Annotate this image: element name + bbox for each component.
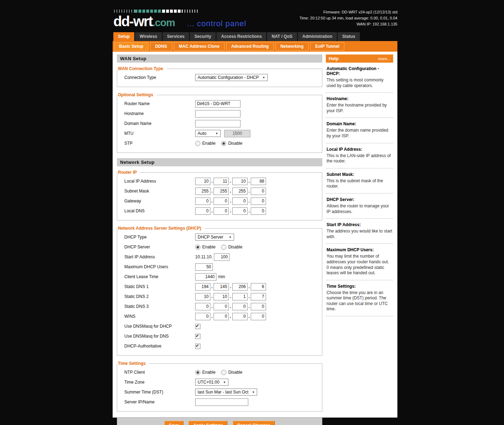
stp-disable-radio[interactable] bbox=[221, 141, 226, 146]
subnet-mask-octet[interactable] bbox=[232, 188, 248, 195]
local-ip-octet[interactable] bbox=[232, 178, 248, 185]
save-button[interactable]: Save bbox=[164, 421, 183, 425]
chevron-down-icon: ▼ bbox=[215, 132, 218, 135]
tab-administration[interactable]: Administration bbox=[298, 32, 337, 41]
local-dns-octet[interactable] bbox=[195, 207, 210, 215]
domain-name-label: Domain Name bbox=[120, 121, 195, 126]
stp-enable-radio[interactable] bbox=[195, 141, 200, 146]
mtu-value: Auto bbox=[198, 131, 206, 136]
time-settings-legend: Time Settings bbox=[117, 361, 149, 366]
cancel-changes-button[interactable]: Cancel Changes bbox=[233, 421, 275, 425]
tab-security[interactable]: Security bbox=[190, 32, 216, 41]
help-item-body: The address you would like to start with… bbox=[327, 229, 392, 240]
subtab-networking[interactable]: Networking bbox=[276, 42, 308, 51]
client-lease-time-input[interactable] bbox=[195, 273, 216, 281]
wins-octet[interactable] bbox=[232, 313, 248, 320]
static-dns-3-octet[interactable] bbox=[214, 303, 229, 310]
static-dns-3-octet[interactable] bbox=[232, 303, 248, 310]
dhcp-type-select[interactable]: DHCP Server ▼ bbox=[195, 234, 234, 241]
ntp-disable-radio[interactable] bbox=[221, 370, 226, 375]
dnsmasq-dhcp-checkbox[interactable] bbox=[195, 324, 200, 329]
help-header: Help more... bbox=[326, 54, 393, 63]
help-item-title: Time Settings: bbox=[327, 284, 392, 289]
subtab-mac-address-clone[interactable]: MAC Address Clone bbox=[174, 42, 225, 51]
gateway-octet[interactable] bbox=[195, 197, 210, 205]
help-item: DHCP Server: Allows the router to manage… bbox=[326, 194, 393, 219]
max-dhcp-users-input[interactable] bbox=[195, 263, 213, 271]
subnet-mask-octet[interactable] bbox=[214, 188, 229, 195]
subtab-advanced-routing[interactable]: Advanced Routing bbox=[226, 42, 274, 51]
dhcp-server-enable-radio[interactable] bbox=[195, 245, 200, 250]
tab-access-restrictions[interactable]: Access Restrictions bbox=[216, 32, 266, 41]
time-zone-value: UTC+01:00 bbox=[198, 380, 220, 385]
connection-type-value: Automatic Configuration - DHCP bbox=[198, 75, 259, 80]
dnsmasq-dns-checkbox[interactable] bbox=[195, 334, 200, 339]
hostname-input[interactable] bbox=[195, 110, 240, 117]
tab-nat-qos[interactable]: NAT / QoS bbox=[267, 32, 297, 41]
gateway-octet[interactable] bbox=[251, 197, 266, 205]
dhcp-server-disable-radio[interactable] bbox=[221, 245, 226, 250]
wins-label: WINS bbox=[120, 314, 195, 319]
start-ip-input[interactable] bbox=[214, 253, 230, 261]
tab-services[interactable]: Services bbox=[163, 32, 189, 41]
static-dns-1-octet[interactable] bbox=[251, 283, 266, 291]
gateway-octet[interactable] bbox=[232, 197, 248, 205]
local-dns-octet[interactable] bbox=[214, 207, 229, 215]
mtu-size-input bbox=[224, 130, 250, 137]
tab-setup[interactable]: Setup bbox=[113, 32, 134, 41]
help-item-title: Subnet Mask: bbox=[327, 172, 392, 177]
static-dns-1-octet[interactable] bbox=[195, 283, 210, 291]
ntp-enable-radio[interactable] bbox=[195, 370, 200, 375]
static-dns-2-octet[interactable] bbox=[195, 293, 210, 300]
local-ip-octet[interactable] bbox=[214, 178, 229, 185]
gateway-label: Gateway bbox=[120, 199, 195, 203]
optional-settings-legend: Optional Settings bbox=[117, 92, 157, 97]
wan-ip-info: WAN IP: 192.168.1.135 bbox=[299, 21, 397, 27]
subnet-mask-octet[interactable] bbox=[251, 188, 266, 195]
wins-octet[interactable] bbox=[195, 313, 210, 320]
domain-name-input[interactable] bbox=[195, 120, 240, 127]
connection-type-select[interactable]: Automatic Configuration - DHCP ▼ bbox=[195, 74, 268, 81]
static-dns-1-octet[interactable] bbox=[232, 283, 248, 291]
help-more-link[interactable]: more... bbox=[378, 57, 390, 61]
local-dns-octet[interactable] bbox=[251, 207, 266, 215]
server-ip-name-input[interactable] bbox=[195, 398, 248, 406]
static-dns-3-octet[interactable] bbox=[195, 303, 210, 310]
connection-type-label: Connection Type bbox=[120, 75, 195, 80]
subtab-ddns[interactable]: DDNS bbox=[150, 42, 172, 51]
tab-wireless[interactable]: Wireless bbox=[135, 32, 162, 41]
static-dns-2-octet[interactable] bbox=[232, 293, 248, 300]
gateway-octet[interactable] bbox=[214, 197, 229, 205]
static-dns-1-label: Static DNS 1 bbox=[120, 284, 195, 289]
subnet-mask-octet[interactable] bbox=[195, 188, 210, 195]
dhcp-authoritative-checkbox[interactable] bbox=[195, 344, 200, 349]
ntp-client-label: NTP Client bbox=[120, 370, 195, 375]
router-name-input[interactable] bbox=[195, 100, 240, 108]
local-dns-octet[interactable] bbox=[232, 207, 248, 215]
static-dns-3-octet[interactable] bbox=[251, 303, 266, 310]
mtu-label: MTU bbox=[120, 131, 195, 136]
tab-status[interactable]: Status bbox=[338, 32, 360, 41]
mtu-select[interactable]: Auto ▼ bbox=[195, 130, 221, 137]
local-ip-octet[interactable] bbox=[251, 178, 266, 185]
wins-octet[interactable] bbox=[214, 313, 229, 320]
chevron-down-icon: ▼ bbox=[262, 76, 265, 79]
system-info: Firmware: DD-WRT v24-sp2 (12/12/13) std … bbox=[299, 9, 397, 27]
time-zone-label: Time Zone bbox=[120, 380, 195, 385]
static-dns-2-octet[interactable] bbox=[214, 293, 229, 300]
subtab-basic-setup[interactable]: Basic Setup bbox=[114, 42, 148, 51]
help-item-title: Maximum DHCP Users: bbox=[327, 247, 392, 252]
help-item-body: This is the subnet mask of the router. bbox=[327, 178, 392, 189]
help-item-title: Domain Name: bbox=[327, 121, 392, 126]
wan-connection-type-group: WAN Connection Type Connection Type Auto… bbox=[117, 66, 322, 87]
apply-settings-button[interactable]: Apply Settings bbox=[188, 421, 227, 425]
summer-time-select[interactable]: last Sun Mar - last Sun Oct ▼ bbox=[195, 389, 257, 396]
tagline: ... control panel bbox=[187, 19, 246, 28]
stp-label: STP bbox=[120, 141, 195, 146]
static-dns-2-octet[interactable] bbox=[251, 293, 266, 300]
static-dns-1-octet[interactable] bbox=[214, 283, 229, 291]
wins-octet[interactable] bbox=[251, 313, 266, 320]
subtab-eoip-tunnel[interactable]: EoIP Tunnel bbox=[310, 42, 344, 51]
local-ip-octet[interactable] bbox=[195, 178, 210, 185]
time-zone-select[interactable]: UTC+01:00 ▼ bbox=[195, 379, 228, 386]
